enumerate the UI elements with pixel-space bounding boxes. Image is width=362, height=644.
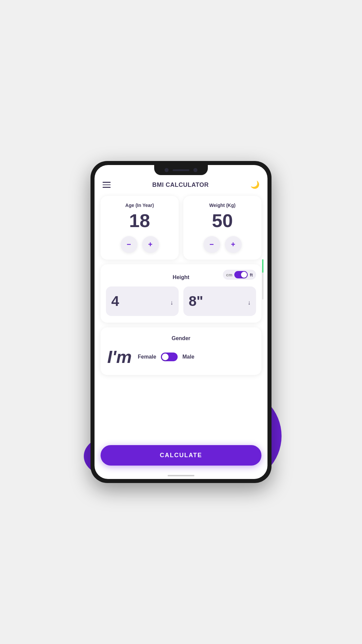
feet-chevron-icon: ↓ xyxy=(170,299,173,306)
weight-decrement-button[interactable]: − xyxy=(203,236,220,253)
notch-speaker xyxy=(173,169,189,171)
menu-button[interactable] xyxy=(103,182,111,188)
weight-label: Weight (Kg) xyxy=(209,203,235,208)
gender-toggle-knob xyxy=(162,354,169,360)
app-content: BMI CALCULATOR 🌙 Age (In Year) 18 − xyxy=(95,165,267,479)
height-card: cm ft Height 4 ↓ xyxy=(101,264,261,323)
notch-camera xyxy=(165,168,169,172)
height-unit-toggle[interactable]: cm ft xyxy=(223,270,256,280)
hamburger-line-3 xyxy=(103,187,111,188)
gender-row: I'm Female Male xyxy=(107,347,255,367)
gender-card: Gender I'm Female Male xyxy=(101,327,261,375)
ft-label: ft xyxy=(250,272,253,277)
inches-input[interactable]: 8" ↓ xyxy=(183,286,256,316)
app-title: BMI CALCULATOR xyxy=(152,181,208,189)
im-text: I'm xyxy=(107,347,132,367)
hamburger-line-2 xyxy=(103,184,111,185)
height-label: Height xyxy=(173,274,189,280)
age-decrement-button[interactable]: − xyxy=(121,236,137,253)
phone-frame: BMI CALCULATOR 🌙 Age (In Year) 18 − xyxy=(90,161,272,483)
top-row: Age (In Year) 18 − + Weight (Kg) 50 xyxy=(101,196,261,260)
calculate-btn-wrapper: CALCULATE xyxy=(95,440,267,472)
height-toggle-switch[interactable] xyxy=(234,271,248,278)
weight-increment-button[interactable]: + xyxy=(225,236,242,253)
height-toggle-knob xyxy=(241,272,247,278)
weight-value: 50 xyxy=(212,211,233,230)
height-inputs: 4 ↓ 8" ↓ xyxy=(106,286,256,316)
phone-notch xyxy=(154,165,208,175)
age-increment-button[interactable]: + xyxy=(142,236,159,253)
inches-value: 8" xyxy=(189,293,203,309)
hamburger-line-1 xyxy=(103,182,111,183)
feet-input[interactable]: 4 ↓ xyxy=(106,286,179,316)
feet-value: 4 xyxy=(111,293,119,309)
scrollbar-thumb xyxy=(262,259,263,273)
gender-label: Gender xyxy=(172,335,190,341)
inches-chevron-icon: ↓ xyxy=(248,299,251,306)
calculate-button[interactable]: CALCULATE xyxy=(101,445,261,466)
age-card: Age (In Year) 18 − + xyxy=(101,196,179,260)
phone-wrapper: BMI CALCULATOR 🌙 Age (In Year) 18 − xyxy=(90,161,272,483)
home-indicator xyxy=(168,475,194,476)
cm-label: cm xyxy=(226,272,233,277)
header: BMI CALCULATOR 🌙 xyxy=(95,175,267,193)
weight-card: Weight (Kg) 50 − + xyxy=(183,196,261,260)
male-label: Male xyxy=(182,354,194,360)
bottom-bar xyxy=(95,472,267,479)
scrollbar xyxy=(262,259,263,300)
age-controls: − + xyxy=(121,236,159,253)
weight-controls: − + xyxy=(203,236,242,253)
gender-toggle-switch[interactable] xyxy=(161,353,178,361)
female-label: Female xyxy=(138,354,156,360)
age-label: Age (In Year) xyxy=(125,203,154,208)
cards-area: Age (In Year) 18 − + Weight (Kg) 50 xyxy=(95,193,267,440)
age-value: 18 xyxy=(129,211,150,230)
notch-camera-2 xyxy=(193,168,197,172)
theme-toggle-icon[interactable]: 🌙 xyxy=(250,180,259,189)
unit-toggle-pill[interactable]: cm ft xyxy=(223,270,256,280)
phone-screen: BMI CALCULATOR 🌙 Age (In Year) 18 − xyxy=(95,165,267,479)
